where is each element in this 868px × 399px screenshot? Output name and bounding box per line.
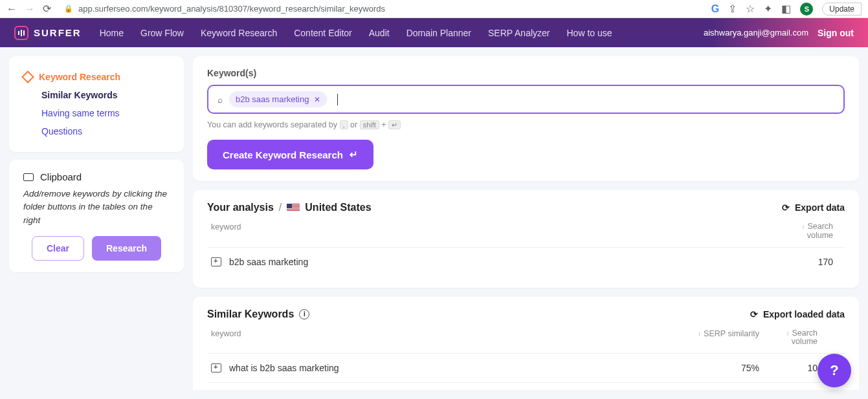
col-keyword: keyword: [211, 222, 783, 241]
nav-domain-planner[interactable]: Domain Planner: [406, 28, 471, 38]
col-serp[interactable]: ↕SERP similarity: [683, 329, 767, 347]
create-keyword-research-button[interactable]: Create Keyword Research ↵: [207, 140, 373, 169]
analysis-card: Your analysis / United States ⟳ Export d…: [193, 190, 859, 288]
logo[interactable]: SURFER: [14, 26, 82, 40]
export-icon: ⟳: [750, 309, 758, 319]
share-icon[interactable]: ⇪: [728, 3, 737, 15]
keyword-chip-text: b2b saas marketing: [236, 94, 309, 104]
export-icon: ⟳: [782, 202, 790, 213]
keyword-input-card: Keyword(s) ⌕ b2b saas marketing ✕ You ca…: [193, 56, 859, 181]
lock-icon: 🔒: [64, 5, 73, 13]
sort-icon: ↕: [786, 330, 789, 337]
slash: /: [279, 202, 282, 213]
comma-key: ,: [340, 120, 348, 129]
export-loaded-label: Export loaded data: [763, 309, 845, 319]
logo-text: SURFER: [34, 27, 82, 38]
similar-row: saas b2b marketing 70% 1: [207, 382, 845, 390]
keyword-hint: You can add keywords separated by , or s…: [207, 120, 845, 129]
similar-head: Similar Keywords i ⟳ Export loaded data: [207, 308, 845, 320]
col-keyword: keyword: [211, 329, 683, 347]
workspace: Keyword Research Similar Keywords Having…: [0, 47, 868, 399]
research-button[interactable]: Research: [92, 236, 161, 261]
row-serp: 75%: [683, 363, 767, 373]
clear-button[interactable]: Clear: [32, 236, 84, 261]
diamond-icon: [21, 70, 34, 83]
user-area: aishwarya.ganji@gmail.com Sign out: [704, 28, 854, 38]
keyword-label: Keyword(s): [207, 68, 845, 78]
clipboard-title: Clipboard: [40, 171, 82, 182]
keyword-input[interactable]: ⌕ b2b saas marketing ✕: [207, 85, 845, 114]
row-volume: 170: [783, 257, 841, 267]
analysis-title-text: Your analysis: [207, 202, 274, 213]
nav-grow-flow[interactable]: Grow Flow: [140, 28, 184, 38]
user-email: aishwarya.ganji@gmail.com: [704, 28, 808, 38]
analysis-row: b2b saas marketing 170: [207, 247, 845, 276]
sidebar-questions[interactable]: Questions: [23, 122, 170, 140]
bookmark-icon[interactable]: ☆: [746, 3, 755, 15]
similar-table-head: keyword ↕SERP similarity ↕Search volume: [207, 320, 845, 354]
clipboard-desc: Add/remove keywords by clicking the fold…: [23, 188, 170, 227]
row-keyword-text: b2b saas marketing: [229, 257, 308, 267]
export-label: Export data: [795, 202, 845, 213]
help-fab[interactable]: ?: [818, 354, 851, 387]
similar-row: what is b2b saas marketing 75% 10 ⋮: [207, 353, 845, 382]
us-flag-icon: [287, 204, 300, 212]
sidebar-keyword-research[interactable]: Keyword Research: [23, 68, 170, 86]
add-folder-icon[interactable]: [211, 257, 221, 266]
analysis-head: Your analysis / United States ⟳ Export d…: [207, 202, 845, 213]
clipboard-heading: Clipboard: [23, 171, 170, 182]
nav-keyword-research[interactable]: Keyword Research: [201, 28, 277, 38]
row-keyword-text: what is b2b saas marketing: [229, 363, 339, 373]
nav-content-editor[interactable]: Content Editor: [294, 28, 352, 38]
export-loaded-link[interactable]: ⟳ Export loaded data: [750, 309, 845, 319]
profile-avatar[interactable]: S: [800, 3, 813, 16]
info-icon[interactable]: i: [299, 309, 309, 319]
col-volume[interactable]: ↕Search volume: [783, 222, 841, 241]
sidebar-same-terms[interactable]: Having same terms: [23, 104, 170, 122]
nav-home[interactable]: Home: [100, 28, 124, 38]
analysis-country: United States: [305, 202, 371, 213]
row-keyword-cell: what is b2b saas marketing: [211, 363, 683, 373]
sidebar-main-label: Keyword Research: [39, 72, 120, 82]
nav-audit[interactable]: Audit: [369, 28, 390, 38]
add-folder-icon[interactable]: [211, 363, 221, 372]
create-button-label: Create Keyword Research: [223, 149, 343, 160]
logo-mark-icon: [14, 26, 28, 40]
browser-right-icons: G ⇪ ☆ ✦ ◧ S Update: [711, 3, 862, 16]
nav-serp-analyzer[interactable]: SERP Analyzer: [488, 28, 550, 38]
analysis-table-head: keyword ↕Search volume: [207, 213, 845, 247]
clipboard-card: Clipboard Add/remove keywords by clickin…: [9, 160, 184, 272]
main-column: Keyword(s) ⌕ b2b saas marketing ✕ You ca…: [193, 56, 859, 390]
similar-title-text: Similar Keywords: [207, 308, 294, 320]
url-text: app.surferseo.com/keyword_analysis/81030…: [78, 4, 385, 14]
similar-title: Similar Keywords i: [207, 308, 309, 320]
sidebar-similar-keywords[interactable]: Similar Keywords: [23, 86, 170, 104]
row-keyword-cell: b2b saas marketing: [211, 257, 783, 267]
extensions-icon[interactable]: ✦: [764, 3, 772, 15]
search-icon: ⌕: [217, 94, 223, 105]
sort-icon: ↕: [801, 223, 805, 230]
text-cursor: [337, 94, 338, 105]
enter-icon: ↵: [350, 149, 358, 160]
update-button[interactable]: Update: [822, 3, 862, 16]
sign-out-link[interactable]: Sign out: [818, 28, 854, 38]
analysis-title: Your analysis / United States: [207, 202, 372, 213]
reload-icon[interactable]: ⟳: [43, 3, 51, 15]
shift-key: shift: [360, 120, 379, 129]
sidebar: Keyword Research Similar Keywords Having…: [9, 56, 184, 390]
folder-icon: [23, 173, 34, 181]
panel-icon[interactable]: ◧: [781, 3, 791, 15]
export-data-link[interactable]: ⟳ Export data: [782, 202, 845, 213]
sidebar-nav-card: Keyword Research Similar Keywords Having…: [9, 56, 184, 152]
clipboard-buttons: Clear Research: [23, 236, 170, 261]
back-icon[interactable]: ←: [6, 3, 17, 15]
google-icon[interactable]: G: [711, 3, 719, 15]
enter-key: ↵: [388, 120, 401, 129]
forward-icon[interactable]: →: [25, 3, 35, 15]
col-volume[interactable]: ↕Search volume: [767, 329, 825, 347]
app-header: SURFER Home Grow Flow Keyword Research C…: [0, 18, 868, 47]
nav-how-to-use[interactable]: How to use: [567, 28, 612, 38]
similar-card: Similar Keywords i ⟳ Export loaded data …: [193, 297, 859, 391]
chip-remove-icon[interactable]: ✕: [314, 95, 320, 104]
address-bar[interactable]: 🔒 app.surferseo.com/keyword_analysis/810…: [59, 4, 704, 14]
